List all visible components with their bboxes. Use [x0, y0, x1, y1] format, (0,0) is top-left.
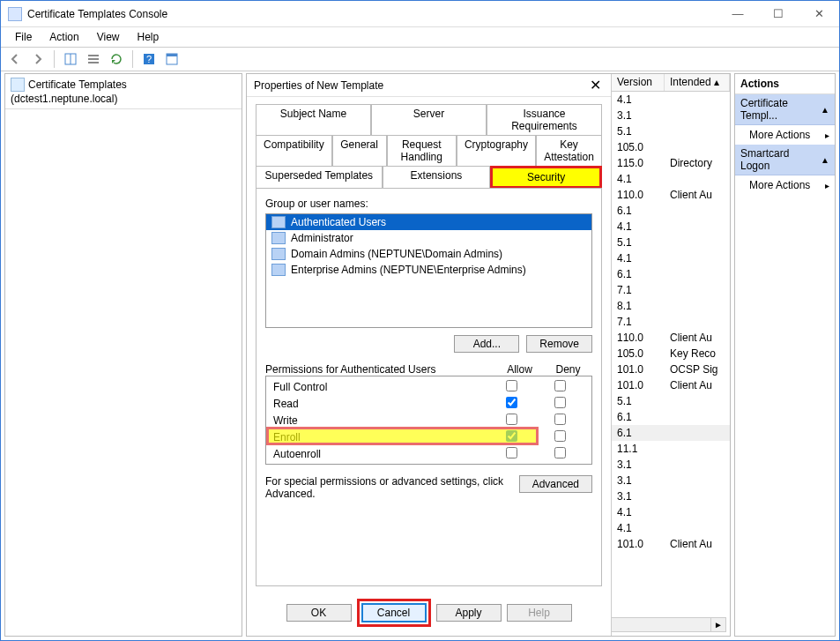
deny-checkbox[interactable]: [554, 414, 566, 425]
tab-extensions[interactable]: Extensions: [383, 166, 491, 189]
allow-checkbox[interactable]: [506, 447, 517, 458]
menu-view[interactable]: View: [88, 29, 129, 45]
list-row[interactable]: 110.0Client Au: [612, 330, 730, 346]
list-row[interactable]: 110.0Client Au: [612, 187, 730, 203]
tab-security[interactable]: Security: [490, 166, 602, 189]
menu-help[interactable]: Help: [129, 29, 168, 45]
list-row[interactable]: 11.1: [612, 441, 730, 457]
actions-section-cert-templates[interactable]: Certificate Templ... ▲: [735, 94, 835, 125]
more-actions-2[interactable]: More Actions ▸: [735, 175, 835, 195]
apply-button[interactable]: Apply: [436, 604, 502, 622]
list-row[interactable]: 4.1: [612, 92, 730, 108]
row-version: 6.1: [617, 268, 670, 280]
tab-issuance[interactable]: Issuance Requirements: [487, 104, 602, 136]
user-row[interactable]: Administrator: [266, 230, 591, 246]
tab-subject-name[interactable]: Subject Name: [256, 104, 371, 136]
allow-checkbox[interactable]: [506, 430, 517, 442]
deny-checkbox[interactable]: [554, 430, 566, 442]
list-row[interactable]: 4.1: [612, 250, 730, 266]
row-version: 105.0: [617, 347, 670, 360]
permissions-list: Full ControlReadWriteEnrollAutoenroll: [265, 376, 592, 465]
list-column-headers[interactable]: Version Intended ▴: [612, 74, 730, 92]
list-row[interactable]: 8.1: [612, 298, 730, 314]
allow-checkbox[interactable]: [506, 397, 517, 408]
permissions-header: Permissions for Authenticated Users Allo…: [265, 363, 592, 376]
help-button[interactable]: Help: [507, 604, 572, 622]
list-row[interactable]: 3.1: [612, 108, 730, 123]
deny-checkbox[interactable]: [554, 447, 566, 458]
refresh-icon[interactable]: [106, 49, 127, 69]
tree-root-item[interactable]: Certificate Templates (dctest1.neptune.l…: [5, 74, 242, 109]
list-row[interactable]: 101.0Client Au: [612, 536, 730, 552]
user-row[interactable]: Authenticated Users: [266, 214, 591, 230]
permission-row: Read: [266, 395, 591, 412]
list-row[interactable]: 5.1: [612, 123, 730, 139]
list-body[interactable]: 4.13.15.1105.0115.0Directory4.1110.0Clie…: [612, 92, 730, 593]
user-row[interactable]: Domain Admins (NEPTUNE\Domain Admins): [266, 246, 591, 262]
tab-server[interactable]: Server: [371, 104, 487, 136]
list-row[interactable]: 3.1: [612, 457, 730, 473]
deny-checkbox[interactable]: [554, 397, 566, 408]
user-list[interactable]: Authenticated UsersAdministratorDomain A…: [265, 213, 592, 328]
list-row[interactable]: 101.0Client Au: [612, 377, 730, 393]
dialog-close-button[interactable]: ✕: [586, 77, 604, 93]
list-row[interactable]: 7.1: [612, 282, 730, 298]
list-row[interactable]: 6.1: [612, 266, 730, 282]
properties-icon[interactable]: [161, 49, 182, 69]
allow-checkbox[interactable]: [506, 414, 517, 425]
list-row[interactable]: 4.1: [612, 520, 730, 536]
menu-action[interactable]: Action: [41, 29, 87, 45]
allow-checkbox[interactable]: [506, 380, 517, 391]
tree-pane: Certificate Templates (dctest1.neptune.l…: [4, 73, 242, 637]
cancel-button[interactable]: Cancel: [361, 603, 427, 622]
tab-request-handling[interactable]: Request Handling: [387, 135, 457, 167]
user-row[interactable]: Enterprise Admins (NEPTUNE\Enterprise Ad…: [266, 262, 591, 278]
tab-cryptography[interactable]: Cryptography: [457, 135, 536, 167]
view-icon[interactable]: [60, 49, 81, 69]
advanced-text: For special permissions or advanced sett…: [265, 475, 509, 500]
minimize-button[interactable]: —: [717, 1, 758, 27]
deny-column-label: Deny: [544, 363, 592, 376]
deny-checkbox[interactable]: [554, 380, 566, 391]
list-row[interactable]: 105.0: [612, 139, 730, 155]
tab-general[interactable]: General: [332, 135, 387, 167]
back-button[interactable]: [4, 49, 26, 69]
list-row[interactable]: 6.1: [612, 203, 730, 219]
advanced-button[interactable]: Advanced: [519, 475, 592, 493]
list-row[interactable]: 105.0Key Reco: [612, 346, 730, 361]
list-row[interactable]: 6.1: [612, 425, 730, 441]
actions-section-smartcard-logon[interactable]: Smartcard Logon ▲: [735, 145, 835, 175]
row-purpose: OCSP Sig: [670, 363, 725, 376]
column-version[interactable]: Version: [612, 74, 665, 91]
list-row[interactable]: 6.1: [612, 409, 730, 425]
permission-name: Autoenroll: [273, 448, 487, 460]
help-icon[interactable]: ?: [138, 49, 160, 69]
remove-button[interactable]: Remove: [526, 335, 592, 353]
list-row[interactable]: 4.1: [612, 219, 730, 235]
menubar: File Action View Help: [1, 27, 839, 47]
maximize-button[interactable]: ☐: [758, 1, 799, 27]
app-icon: [8, 7, 22, 21]
scroll-right-icon[interactable]: ►: [710, 618, 725, 631]
column-intended[interactable]: Intended ▴: [665, 74, 730, 91]
list-row[interactable]: 3.1: [612, 473, 730, 488]
list-row[interactable]: 115.0Directory: [612, 155, 730, 171]
list-icon[interactable]: [83, 49, 104, 69]
add-button[interactable]: Add...: [454, 335, 519, 353]
ok-button[interactable]: OK: [286, 604, 352, 622]
tab-compatibility[interactable]: Compatibility: [256, 135, 332, 167]
menu-file[interactable]: File: [6, 29, 41, 45]
list-row[interactable]: 3.1: [612, 488, 730, 504]
tab-key-attestation[interactable]: Key Attestation: [536, 135, 602, 167]
list-row[interactable]: 4.1: [612, 171, 730, 187]
list-row[interactable]: 5.1: [612, 393, 730, 409]
list-row[interactable]: 101.0OCSP Sig: [612, 361, 730, 377]
close-button[interactable]: ✕: [799, 1, 839, 27]
list-row[interactable]: 7.1: [612, 314, 730, 330]
tab-superseded[interactable]: Superseded Templates: [256, 166, 383, 189]
user-icon: [271, 232, 286, 244]
forward-button[interactable]: [27, 49, 48, 69]
list-row[interactable]: 4.1: [612, 504, 730, 520]
more-actions-1[interactable]: More Actions ▸: [735, 125, 835, 145]
list-row[interactable]: 5.1: [612, 235, 730, 250]
